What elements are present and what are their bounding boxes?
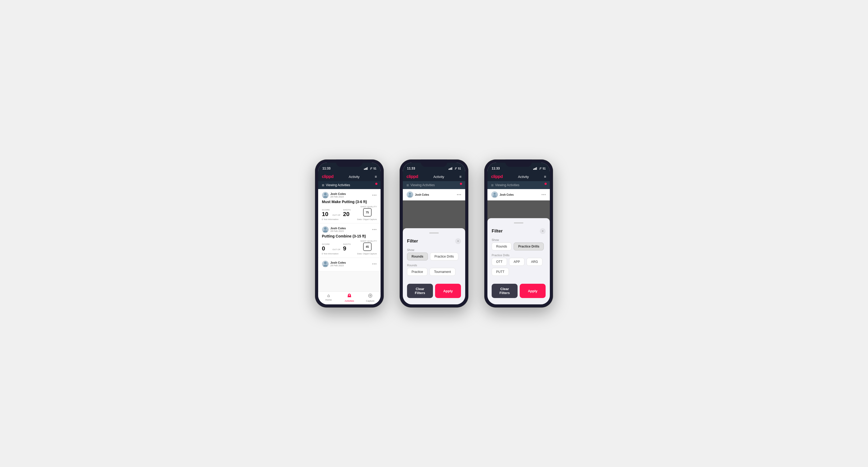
rounds-section-2: Rounds Practice Tournament	[407, 263, 461, 276]
clear-filters-btn-2[interactable]: Clear Filters	[407, 284, 433, 298]
apply-btn-3[interactable]: Apply	[520, 284, 546, 298]
svg-rect-0	[364, 169, 365, 170]
test-info-2: ℹ Test Information	[322, 253, 339, 255]
show-options-3: Rounds Practice Drills	[492, 243, 546, 250]
notification-dot-2	[460, 183, 462, 185]
clear-filters-btn-3[interactable]: Clear Filters	[492, 284, 518, 298]
user-name-2: Josh Coles	[330, 227, 346, 230]
app-btn-3[interactable]: APP	[509, 258, 524, 266]
svg-point-6	[324, 227, 327, 230]
svg-point-17	[409, 193, 411, 195]
filter-sheet-3: Filter × Show Rounds Practice Drills Pra…	[488, 218, 550, 304]
nav-capture-label-1: Capture	[366, 300, 374, 302]
more-dots-3[interactable]: •••	[372, 262, 377, 266]
notification-dot-1	[375, 183, 377, 185]
info-icon-1: ℹ	[322, 218, 323, 221]
user-name-3: Josh Coles	[330, 261, 346, 264]
putt-btn-3[interactable]: PUTT	[492, 268, 509, 276]
blurred-bg-2: ⊞ Viewing Activities	[403, 181, 465, 189]
shot-quality-badge-1: 75	[363, 208, 372, 217]
avatar-silhouette-1	[323, 192, 328, 198]
sheet-handle-2	[429, 232, 439, 234]
drills-options-3: OTT APP ARG PUTT	[492, 258, 546, 276]
sheet-header-2: Filter ×	[407, 238, 461, 245]
rounds-toggle-btn-3[interactable]: Rounds	[492, 243, 512, 250]
app-logo-3: clippd	[491, 174, 503, 179]
tournament-btn-2[interactable]: Tournament	[430, 268, 455, 276]
avatar-inner-3	[322, 261, 329, 267]
nav-activities-1[interactable]: Activities	[339, 293, 360, 302]
nav-home-1[interactable]: ⌂ Home	[318, 293, 339, 302]
nav-capture-1[interactable]: Capture	[360, 293, 380, 302]
score-block-1: Score 10	[322, 209, 330, 217]
peeked-avatar-svg-2	[408, 192, 412, 197]
show-section-2: Show Rounds Practice Drills	[407, 248, 461, 260]
app-title-2: Activity	[433, 175, 444, 179]
avatar-2	[322, 226, 329, 233]
menu-icon-2[interactable]: ≡	[459, 175, 462, 179]
dim-overlay-2: Filter × Show Rounds Practice Drills Rou…	[403, 200, 465, 304]
phones-container: 11:33 51	[315, 159, 553, 308]
status-time-3: 11:33	[492, 166, 500, 170]
nav-activities-label-1: Activities	[345, 300, 354, 302]
sheet-footer-3: Clear Filters Apply	[492, 284, 546, 300]
user-details-2: Josh Coles 28 Feb 2023	[330, 227, 346, 232]
practice-drills-toggle-btn-2[interactable]: Practice Drills	[430, 253, 458, 260]
shot-quality-badge-2: 45	[363, 243, 372, 251]
activities-icon-1	[347, 293, 352, 299]
wifi-icon-1	[369, 167, 372, 170]
viewing-banner-1[interactable]: ⊞ Viewing Activities	[318, 181, 380, 189]
practice-btn-2[interactable]: Practice	[407, 268, 427, 276]
dim-overlay-3: Filter × Show Rounds Practice Drills Pra…	[488, 200, 550, 304]
score-value-1: 10	[322, 211, 330, 217]
card-header-1: Josh Coles 28 Feb 2023 •••	[322, 192, 377, 198]
sheet-footer-2: Clear Filters Apply	[407, 284, 461, 300]
phone-3-screen: 11:33 51	[488, 163, 550, 304]
battery-icon-2: 51	[458, 167, 461, 170]
svg-rect-15	[452, 167, 452, 170]
show-label-2: Show	[407, 248, 461, 251]
card-footer-2: ℹ Test Information Data: Clippd Capture	[322, 253, 377, 255]
practice-drills-toggle-btn-3[interactable]: Practice Drills	[514, 243, 544, 250]
phone-2-screen: 11:33 51	[403, 163, 465, 304]
arg-btn-3[interactable]: ARG	[527, 258, 542, 266]
menu-icon-3[interactable]: ≡	[544, 175, 546, 179]
user-date-2: 28 Feb 2023	[330, 230, 346, 232]
app-logo-1: clippd	[322, 174, 334, 179]
sheet-handle-3	[514, 222, 523, 223]
shots-value-2: 9	[343, 246, 351, 251]
activity-card-3-partial: Josh Coles 28 Feb 2023 •••	[318, 258, 380, 271]
shot-quality-block-2: Shot Quality 45	[361, 240, 377, 251]
viewing-banner-text-1: Viewing Activities	[326, 183, 350, 187]
rounds-options-2: Practice Tournament	[407, 268, 461, 276]
wifi-icon-3	[538, 167, 541, 170]
ott-btn-3[interactable]: OTT	[492, 258, 507, 266]
test-info-1: ℹ Test Information	[322, 218, 339, 221]
menu-icon-1[interactable]: ≡	[375, 175, 377, 179]
viewing-banner-text-3: Viewing Activities	[495, 183, 520, 187]
user-info-3: Josh Coles 28 Feb 2023	[322, 260, 346, 267]
activity-content-1: Josh Coles 28 Feb 2023 ••• Must Make Put…	[318, 189, 380, 291]
svg-rect-20	[535, 168, 536, 170]
filter-close-btn-2[interactable]: ×	[455, 238, 461, 244]
filter-close-btn-3[interactable]: ×	[540, 228, 546, 234]
notch-2	[421, 159, 447, 167]
peeked-card-3: Josh Coles •••	[488, 189, 550, 200]
out-of-1: OUT OF	[333, 214, 340, 216]
filter-icon-3: ⊞	[491, 184, 494, 187]
shots-block-1: Shots 20	[343, 209, 351, 217]
rounds-toggle-btn-2[interactable]: Rounds	[407, 253, 428, 260]
more-dots-1[interactable]: •••	[372, 193, 377, 197]
sheet-title-3: Filter	[492, 228, 503, 234]
phone-3-overlay: ⊞ Viewing Activities	[488, 181, 550, 304]
apply-btn-2[interactable]: Apply	[435, 284, 461, 298]
data-source-2: Data: Clippd Capture	[357, 253, 377, 255]
more-dots-2[interactable]: •••	[372, 227, 377, 232]
peeked-dots-3: •••	[541, 192, 546, 197]
rounds-label-2: Rounds	[407, 263, 461, 267]
svg-rect-2	[366, 168, 367, 170]
notch-3	[505, 159, 532, 167]
user-info-1: Josh Coles 28 Feb 2023	[322, 192, 346, 198]
user-info-2: Josh Coles 28 Feb 2023	[322, 226, 346, 233]
notification-dot-3	[545, 183, 547, 185]
